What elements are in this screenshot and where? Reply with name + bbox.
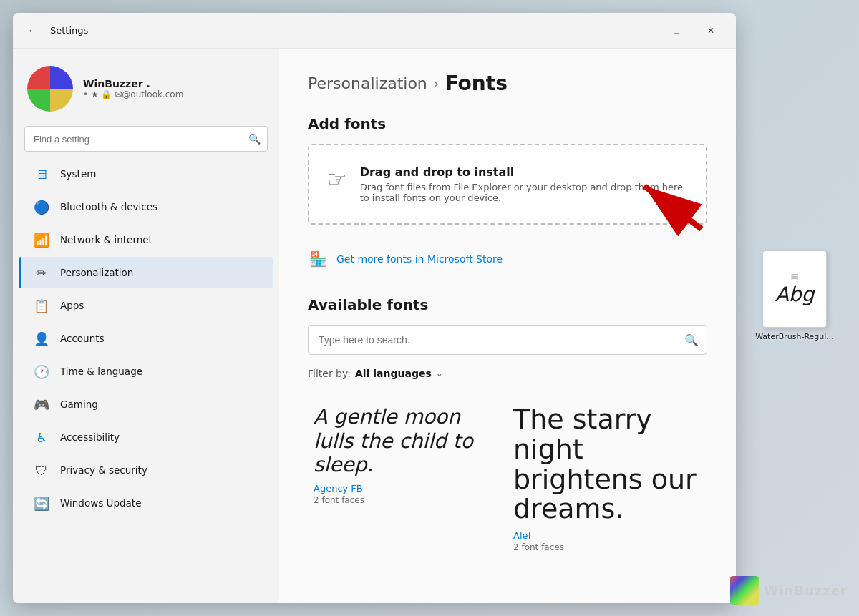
sidebar-item-system[interactable]: 🖥 System <box>19 158 273 190</box>
sidebar-item-label: Personalization <box>60 267 133 278</box>
accounts-icon: 👤 <box>33 330 50 347</box>
store-link[interactable]: 🏪 Get more fonts in Microsoft Store <box>308 242 707 276</box>
font-item: A gentle moon lulls the child to sleep. … <box>308 393 508 564</box>
maximize-button[interactable]: □ <box>660 19 693 42</box>
search-input[interactable] <box>24 126 268 152</box>
sidebar: WinBuzzer . • ★ 🔒 ✉@outlook.com 🔍 🖥 Syst… <box>13 49 279 603</box>
avatar-cell <box>50 66 73 89</box>
apps-icon: 📋 <box>33 297 50 314</box>
sidebar-item-time[interactable]: 🕐 Time & language <box>19 356 273 387</box>
accessibility-icon: ♿ <box>33 429 50 446</box>
sidebar-item-label: Privacy & security <box>60 464 147 476</box>
window-body: WinBuzzer . • ★ 🔒 ✉@outlook.com 🔍 🖥 Syst… <box>13 49 736 603</box>
user-email: • ★ 🔒 ✉@outlook.com <box>83 89 183 99</box>
sidebar-item-label: Time & language <box>60 366 142 377</box>
desktop: ← Settings — □ ✕ <box>0 0 859 616</box>
time-icon: 🕐 <box>33 363 50 380</box>
sidebar-item-accounts[interactable]: 👤 Accounts <box>19 323 273 354</box>
settings-window: ← Settings — □ ✕ <box>13 13 736 603</box>
sidebar-item-label: Windows Update <box>60 497 141 509</box>
sidebar-item-bluetooth[interactable]: 🔵 Bluetooth & devices <box>19 191 273 223</box>
drag-drop-text: Drag and drop to install Drag font files… <box>360 165 689 203</box>
sidebar-item-label: Network & internet <box>60 234 152 245</box>
font-search-icon: 🔍 <box>684 333 699 347</box>
filter-label: Filter by: <box>308 368 351 379</box>
font-file-preview-text: Abg <box>775 283 815 306</box>
sidebar-item-update[interactable]: 🔄 Windows Update <box>19 487 273 519</box>
store-link-label[interactable]: Get more fonts in Microsoft Store <box>336 253 503 265</box>
breadcrumb-separator: › <box>433 74 440 92</box>
sidebar-item-accessibility[interactable]: ♿ Accessibility <box>19 421 273 453</box>
privacy-icon: 🛡 <box>33 461 50 479</box>
font-file[interactable]: ▤ Abg WaterBrush-Regul... <box>752 250 838 341</box>
winbuzzer-logo <box>730 576 759 605</box>
bluetooth-icon: 🔵 <box>33 198 50 215</box>
winbuzzer-text: WinBuzzer <box>765 583 848 598</box>
font-faces: 2 font faces <box>513 542 702 552</box>
sidebar-item-personalization[interactable]: ✏ Personalization <box>19 257 273 288</box>
drag-icon: ☞ <box>326 165 347 192</box>
font-item: The starry night brightens our dreams. A… <box>508 393 707 564</box>
search-box: 🔍 <box>24 126 268 152</box>
user-profile[interactable]: WinBuzzer . • ★ 🔒 ✉@outlook.com <box>13 57 279 126</box>
update-icon: 🔄 <box>33 494 50 512</box>
chevron-down-icon[interactable]: ⌄ <box>436 368 443 378</box>
sidebar-item-label: Gaming <box>60 399 98 410</box>
content-area: Personalization › Fonts Add fonts ☞ Drag… <box>279 49 736 603</box>
window-title: Settings <box>50 25 626 36</box>
filter-value[interactable]: All languages <box>355 368 432 379</box>
fonts-grid: A gentle moon lulls the child to sleep. … <box>308 393 707 564</box>
sidebar-item-label: Apps <box>60 300 84 311</box>
sidebar-item-network[interactable]: 📶 Network & internet <box>19 224 273 255</box>
sidebar-item-label: System <box>60 168 96 180</box>
network-icon: 📶 <box>33 231 50 248</box>
font-preview-text: A gentle moon lulls the child to sleep. <box>314 405 502 477</box>
font-search-input[interactable] <box>308 325 707 355</box>
back-button[interactable]: ← <box>21 19 44 42</box>
user-name: WinBuzzer . <box>83 78 183 89</box>
filter-row: Filter by: All languages ⌄ <box>308 368 707 379</box>
sidebar-item-apps[interactable]: 📋 Apps <box>19 290 273 321</box>
breadcrumb: Personalization › Fonts <box>308 72 707 95</box>
sidebar-item-label: Accessibility <box>60 431 120 443</box>
breadcrumb-parent[interactable]: Personalization <box>308 74 427 92</box>
font-name[interactable]: Agency FB <box>314 483 502 494</box>
drag-drop-zone[interactable]: ☞ Drag and drop to install Drag font fil… <box>308 144 707 225</box>
avatar-cell <box>27 89 50 112</box>
drag-drop-title: Drag and drop to install <box>360 165 689 179</box>
drag-drop-subtitle: Drag font files from File Explorer or yo… <box>360 182 689 203</box>
sidebar-item-label: Bluetooth & devices <box>60 201 157 212</box>
minimize-button[interactable]: — <box>626 19 659 42</box>
add-fonts-title: Add fonts <box>308 115 707 132</box>
font-file-icon: ▤ Abg <box>762 250 827 328</box>
font-preview-text: The starry night brightens our dreams. <box>513 405 702 524</box>
avatar <box>27 66 73 112</box>
font-file-label: WaterBrush-Regul... <box>755 332 834 341</box>
font-faces: 2 font faces <box>314 495 502 505</box>
sidebar-item-label: Accounts <box>60 333 105 344</box>
avatar-cell <box>27 66 50 89</box>
sidebar-item-privacy[interactable]: 🛡 Privacy & security <box>19 454 273 486</box>
font-name[interactable]: Alef <box>513 530 702 541</box>
window-controls: — □ ✕ <box>626 19 727 42</box>
title-bar: ← Settings — □ ✕ <box>13 13 736 49</box>
breadcrumb-current: Fonts <box>445 72 508 95</box>
personalization-icon: ✏ <box>33 264 50 281</box>
sidebar-item-gaming[interactable]: 🎮 Gaming <box>19 388 273 420</box>
gaming-icon: 🎮 <box>33 396 50 413</box>
close-button[interactable]: ✕ <box>694 19 727 42</box>
store-icon: 🏪 <box>308 249 328 269</box>
font-search-container: 🔍 <box>308 325 707 355</box>
available-fonts-title: Available fonts <box>308 296 707 313</box>
user-info: WinBuzzer . • ★ 🔒 ✉@outlook.com <box>83 78 183 99</box>
winbuzzer-watermark: WinBuzzer <box>730 576 848 605</box>
system-icon: 🖥 <box>33 165 50 182</box>
avatar-cell <box>50 89 73 112</box>
